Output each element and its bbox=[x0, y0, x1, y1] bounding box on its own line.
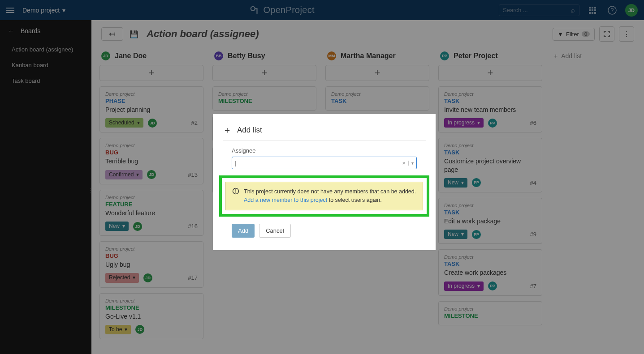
modal-title: Add list bbox=[237, 126, 262, 135]
chevron-down-icon[interactable]: ▾ bbox=[408, 161, 414, 166]
callout-highlight: ! This project currently does not have a… bbox=[219, 175, 429, 217]
add-member-link[interactable]: Add a new member to this project bbox=[244, 197, 327, 203]
add-list-modal: ＋ Add list Assignee | × ▾ ! This project… bbox=[213, 114, 436, 250]
warning-text: This project currently does not have any… bbox=[244, 188, 416, 195]
warning-text-2: to select users again. bbox=[327, 197, 382, 203]
modal-header: ＋ Add list bbox=[223, 124, 426, 141]
svg-text:!: ! bbox=[235, 189, 237, 194]
assignee-label: Assignee bbox=[232, 147, 417, 154]
text-cursor: | bbox=[235, 160, 399, 166]
assignee-select[interactable]: | × ▾ bbox=[232, 157, 417, 169]
cancel-button[interactable]: Cancel bbox=[259, 224, 290, 238]
warning-banner: ! This project currently does not have a… bbox=[225, 182, 423, 210]
add-button[interactable]: Add bbox=[232, 224, 255, 238]
clear-icon[interactable]: × bbox=[402, 160, 406, 166]
plus-icon: ＋ bbox=[223, 124, 232, 136]
info-icon: ! bbox=[232, 188, 239, 205]
